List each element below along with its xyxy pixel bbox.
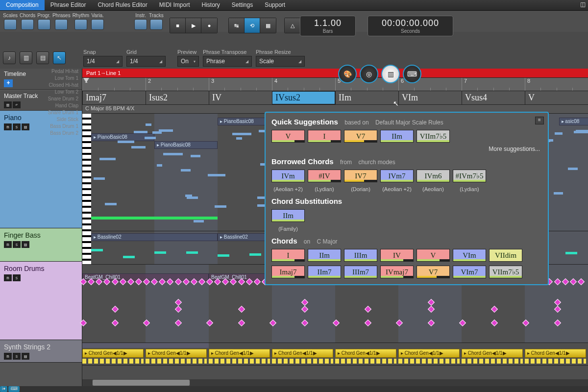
view-arrange-button[interactable]: ↖ [53,51,66,64]
chordgen-clip[interactable]: ▸ Chord Gen◀1/1▶ [335,349,396,358]
menu-item-history[interactable]: History [196,0,225,10]
chord-suggestion-button[interactable]: I [308,130,341,143]
chord-suggestion-button[interactable]: VIm7 [453,266,486,278]
drum-hit[interactable] [111,319,118,326]
undo-button[interactable]: ↶ [13,101,21,108]
mute-button[interactable]: m [4,353,12,360]
palette-piano-icon[interactable]: ▥ [381,65,400,83]
browser-tab-instr[interactable]: Instr. [134,13,147,30]
chord-suggestion-button[interactable]: IIIm7 [344,266,377,278]
chord-suggestion-button[interactable]: VIIdim [489,249,522,262]
record-button[interactable]: ● [201,18,217,33]
browser-tab-tracks[interactable]: Tracks [149,13,164,30]
help-book-icon[interactable]: ◫ [577,0,588,10]
chord-suggestion-button[interactable]: IV [380,249,414,262]
browser-tab-scales[interactable]: Scales [3,13,18,30]
chord-suggestion-button[interactable]: V [416,249,450,262]
chordgen-clip[interactable]: ▸ Chord Gen◀1/1▶ [146,349,207,358]
browser-tab-rhythm[interactable]: Rhythm [73,13,89,30]
mute-button[interactable]: m [4,123,12,130]
menu-item-composition[interactable]: Composition [0,0,45,10]
midi-clip[interactable]: ▸ Bassline02 [91,233,218,241]
add-timeline-button[interactable]: + [4,79,13,87]
drum-hit[interactable] [111,306,118,313]
chord-suggestion-button[interactable]: IVm [271,170,305,182]
phrase-transpose-select[interactable]: Phrase◢ [203,56,252,67]
menu-item-support[interactable]: Support [259,0,291,10]
chord-suggestion-button[interactable]: IIm [271,209,305,222]
chord-suggestion-button[interactable]: I [271,249,305,262]
chord-suggestion-button[interactable]: IV7 [344,170,377,182]
ruler[interactable]: 12345678 [82,77,588,91]
chord-suggestion-button[interactable]: V7 [344,130,377,143]
view-blocks-button[interactable]: ▥ [20,51,32,64]
more-suggestions-link[interactable]: More suggestions... [273,146,540,152]
chord-suggestion-button[interactable]: IIm [380,130,414,143]
stop-button[interactable]: ■ [170,18,186,33]
chord-suggestion-button[interactable]: VIIm7♭5 [489,266,522,278]
midi-clip[interactable]: ▸ asic08 [559,118,588,125]
chord-suggestion-button[interactable]: VIIm7♭5 [416,130,450,143]
chordgen-clip[interactable]: ▸ Chord Gen◀1/1▶ [82,349,144,358]
popup-menu-icon[interactable]: ≡ [535,117,544,124]
chord-suggestion-button[interactable]: V7 [416,266,450,278]
track-header-drums[interactable]: Room Drums ms Pedal Hi-hatLow Tom 1Close… [0,262,82,340]
chord-suggestion-button[interactable]: IIm7 [308,266,341,278]
grid-select[interactable]: 1/4◢ [126,56,166,67]
status-info-pill[interactable]: i● [0,386,7,392]
snap-select[interactable]: 1/4◢ [83,56,122,67]
browser-tab-progr[interactable]: Progr. [37,13,50,30]
chord-cell[interactable]: VIm [398,91,462,104]
chordgen-clip[interactable]: ▸ Chord Gen◀1/1▶ [398,349,460,358]
phrase-resize-select[interactable]: Scale◢ [256,56,305,67]
metronome-button[interactable]: △ [285,18,300,33]
track-header-synth[interactable]: Synth Strings 2 ms▤ [0,340,82,363]
view-layers-button[interactable]: ▤ [36,51,49,64]
drum-hit[interactable] [238,306,245,313]
hscrollbar-thumb[interactable] [92,379,190,386]
play-button[interactable]: ▶ [186,18,201,33]
drum-hit[interactable] [364,319,371,326]
solo-button[interactable]: s [13,274,21,281]
drum-hit[interactable] [490,319,497,326]
chord-cell[interactable]: Isus2 [146,91,209,104]
chord-cell[interactable]: V [525,91,588,104]
chord-suggestion-button[interactable]: VIm [453,249,486,262]
drum-hit[interactable] [490,306,497,313]
browser-tab-chords[interactable]: Chords [20,13,35,30]
chord-suggestion-button[interactable]: Imaj7 [271,266,305,278]
menu-item-chord-rules-editor[interactable]: Chord Rules Editor [92,0,153,10]
menu-item-settings[interactable]: Settings [226,0,259,10]
chord-cell[interactable]: IV [209,91,272,104]
chordgen-clip[interactable]: ▸ Chord Gen◀1/1▶ [525,349,586,358]
mute-button[interactable]: m [4,274,12,281]
chordgen-clip[interactable]: ▸ Chord Gen◀1/1▶ [272,349,333,358]
loop-range-button[interactable]: ↹ [229,18,245,33]
view-notes-button[interactable]: ♪ [3,51,16,64]
palette-paint-icon[interactable]: 🎨 [338,65,357,83]
chordgen-clip[interactable]: ▸ Chord Gen◀1/1▶ [209,349,270,358]
chord-suggestion-button[interactable]: IIm [308,249,341,262]
browser-tab-phrases[interactable]: Phrases [52,13,71,30]
track-header-bass[interactable]: Finger Bass ms▤ [0,228,82,262]
palette-dial-icon[interactable]: ◎ [360,65,378,83]
seconds-time-display[interactable]: 00:00:00.000 Seconds [368,16,453,36]
keyboard-button[interactable]: ▥ [4,101,12,108]
browser-tab-varia[interactable]: Varia. [91,13,104,30]
edit-button[interactable]: ▤ [22,123,29,130]
part-header-bar[interactable]: Part 1→Line 1 [82,69,588,77]
loop-toggle-button[interactable]: ⟲ [245,18,260,33]
drum-hit[interactable] [364,306,371,313]
midi-clip[interactable]: ▸ PianoBasic08 [154,141,218,149]
hscrollbar[interactable] [82,379,588,386]
chord-suggestion-button[interactable]: V [271,130,305,143]
chord-cell[interactable]: Imaj7 [82,91,146,104]
chord-suggestion-button[interactable]: #IVm7♭5 [453,170,486,182]
bars-time-display[interactable]: 1.1.00 Bars [300,16,356,36]
solo-button[interactable]: s [13,353,21,360]
chord-cell[interactable]: IIm [335,91,398,104]
chord-cell[interactable]: Vsus4 [462,91,525,104]
menu-item-phrase-editor[interactable]: Phrase Editor [45,0,92,10]
track-lane-synth[interactable]: ▸ Chord Gen◀1/1▶▸ Chord Gen◀1/1▶▸ Chord … [82,343,588,366]
palette-keyboard-icon[interactable]: ⌨ [403,65,421,83]
